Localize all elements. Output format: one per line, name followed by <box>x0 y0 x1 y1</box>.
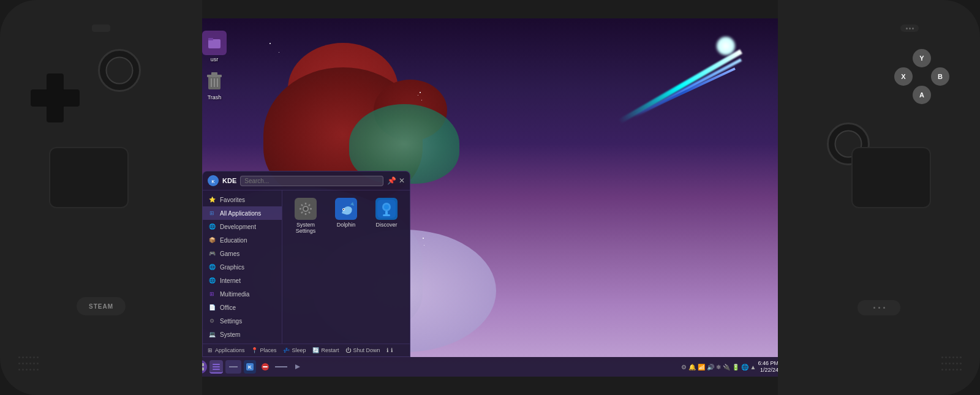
svg-point-26 <box>384 205 389 209</box>
kde-sidebar-label-all-applications: All Applications <box>220 210 261 217</box>
kde-sidebar-favorites[interactable]: ⭐ Favorites <box>203 193 282 206</box>
steam-button[interactable]: STEAM <box>77 297 126 315</box>
kde-application-menu[interactable]: K KDE 📌 ✕ ⭐ Favorites ⊞ <box>202 171 410 357</box>
kde-sidebar-settings[interactable]: ⚙ Settings <box>203 314 282 328</box>
kde-sidebar-development[interactable]: 🌐 Development <box>203 220 282 233</box>
desktop[interactable]: usr Trash <box>190 18 790 377</box>
kde-sidebar-multimedia[interactable]: ⊞ Multimedia <box>203 287 282 301</box>
left-touchpad[interactable] <box>49 147 129 208</box>
taskbar-icon-kde[interactable] <box>209 360 223 374</box>
tray-icon-up[interactable]: ▲ <box>750 364 756 371</box>
kde-sidebar-icon-office: 📄 <box>208 303 216 312</box>
svg-rect-4 <box>211 72 217 75</box>
taskbar-clock: 6:46 PM 1/22/24 <box>758 360 778 374</box>
kde-sidebar-icon-games: 🎮 <box>208 249 216 258</box>
kde-app-dolphin[interactable]: Dolphin <box>328 195 364 236</box>
left-analog-stick[interactable] <box>98 49 141 92</box>
svg-rect-28 <box>383 214 390 216</box>
kde-footer-label-shutdown: Shut Down <box>353 347 380 353</box>
dpad[interactable] <box>31 73 80 122</box>
usb-indicator <box>92 24 110 32</box>
kde-sidebar-label-development: Development <box>220 224 256 230</box>
kde-pin-button[interactable]: 📌 <box>387 176 396 185</box>
taskbar-icon-dash[interactable] <box>274 360 288 374</box>
kde-sidebar-graphics[interactable]: 🌐 Graphics <box>203 260 282 274</box>
kde-sidebar-label-education: Education <box>220 237 247 244</box>
svg-text:K: K <box>248 364 252 370</box>
kde-sidebar-internet[interactable]: 🌐 Internet <box>203 274 282 287</box>
kde-footer-places[interactable]: 📍 Places <box>251 347 277 353</box>
right-speaker-2 <box>941 363 962 364</box>
svg-rect-34 <box>213 366 220 367</box>
kde-sidebar-icon-development: 🌐 <box>208 222 216 231</box>
menu-button[interactable] <box>900 24 919 32</box>
tray-icon-network[interactable]: 🌐 <box>741 364 748 371</box>
right-speaker <box>941 356 962 358</box>
tray-icon-power[interactable]: 🔌 <box>723 364 730 371</box>
kde-app-icon-system-settings <box>295 198 317 220</box>
taskbar-icon-1[interactable] <box>225 360 241 374</box>
tray-icon-volume[interactable]: 🔊 <box>707 364 714 371</box>
steam-label: STEAM <box>89 303 113 310</box>
kde-footer-restart[interactable]: 🔄 Restart <box>312 347 339 353</box>
kde-sidebar-all-applications[interactable]: ⊞ All Applications <box>203 206 282 220</box>
kde-sidebar-label-favorites: Favorites <box>220 197 245 203</box>
kde-sidebar-icon-multimedia: ⊞ <box>208 290 216 298</box>
star <box>270 43 271 44</box>
kde-app-label-discover: Discover <box>375 222 397 228</box>
star <box>424 245 424 246</box>
a-button[interactable]: A <box>913 86 931 104</box>
y-button[interactable]: Y <box>913 49 931 67</box>
taskbar-icon-2[interactable]: K <box>244 360 256 374</box>
taskbar-icon-arrow[interactable] <box>290 360 304 374</box>
kde-sidebar-games[interactable]: 🎮 Games <box>203 247 282 260</box>
tray-icon-snowflake[interactable]: ❄ <box>716 364 721 371</box>
kde-footer-info[interactable]: ℹ ℹ <box>386 347 393 353</box>
tray-icon-wifi[interactable]: 📶 <box>698 364 705 371</box>
taskbar-tray: ⚙ 🔔 📶 🔊 ❄ 🔌 🔋 🌐 ▲ 6:46 PM 1/22/24 🖥 <box>681 360 786 374</box>
x-button[interactable]: X <box>894 67 913 86</box>
kde-sidebar-education[interactable]: 📦 Education <box>203 233 282 247</box>
kde-sidebar-label-internet: Internet <box>220 277 241 284</box>
kde-app-discover[interactable]: Discover <box>368 195 405 236</box>
kde-header-actions: 📌 ✕ <box>387 176 405 185</box>
taskbar-icon-red[interactable] <box>258 360 272 374</box>
kde-expand-button[interactable]: ✕ <box>399 176 405 185</box>
kde-logo: K <box>208 175 219 186</box>
tray-icon-bell[interactable]: 🔔 <box>688 364 696 371</box>
tray-icon-settings[interactable]: ⚙ <box>681 364 687 371</box>
star <box>423 238 424 239</box>
kde-search-input[interactable] <box>240 176 383 186</box>
kde-footer-label-sleep: Sleep <box>292 347 306 353</box>
svg-rect-0 <box>208 39 221 48</box>
kde-sidebar-icon-system: 💻 <box>208 330 216 339</box>
kde-title: KDE <box>222 177 236 184</box>
kde-footer-applications[interactable]: ⊞ Applications <box>208 347 245 353</box>
kde-footer-icon-applications: ⊞ <box>208 347 213 353</box>
left-speaker-3 <box>18 369 39 371</box>
left-speaker <box>18 356 39 358</box>
kde-app-icon-dolphin <box>335 198 357 220</box>
kde-menu-footer: ⊞ Applications📍 Places💤 Sleep🔄 Restart⏻ … <box>203 344 410 356</box>
desktop-icon-trash-label: Trash <box>208 94 222 100</box>
tray-icon-battery[interactable]: 🔋 <box>732 364 739 371</box>
kde-sidebar-icon-settings: ⚙ <box>208 317 216 325</box>
b-button[interactable]: B <box>931 67 949 86</box>
kde-sidebar-office[interactable]: 📄 Office <box>203 301 282 314</box>
steam-deck-device: STEAM Y X B <box>0 0 980 395</box>
kde-sidebar-system[interactable]: 💻 System <box>203 328 282 341</box>
kde-footer-shutdown[interactable]: ⏻ Shut Down <box>345 347 380 353</box>
kde-menu-header: K KDE 📌 ✕ <box>203 171 410 190</box>
kde-app-label-system-settings: System Settings <box>290 222 322 234</box>
kde-footer-sleep[interactable]: 💤 Sleep <box>283 347 306 353</box>
kde-app-icon-discover <box>375 198 398 220</box>
kde-footer-label-places: Places <box>260 347 277 353</box>
kde-app-system-settings[interactable]: System Settings <box>287 195 324 236</box>
three-dots-button[interactable] <box>858 300 900 315</box>
kde-footer-icon-sleep: 💤 <box>283 347 290 353</box>
kde-sidebar-label-multimedia: Multimedia <box>220 291 249 298</box>
kde-sidebar-label-graphics: Graphics <box>220 264 244 271</box>
right-touchpad[interactable] <box>851 147 931 208</box>
kde-sidebar-icon-graphics: 🌐 <box>208 263 216 271</box>
desktop-icon-usr-label: usr <box>211 56 219 62</box>
